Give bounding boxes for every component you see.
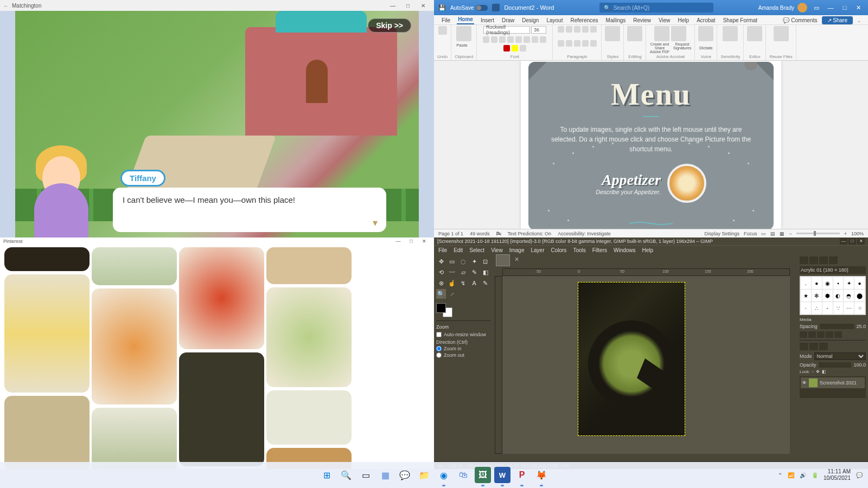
image-tab[interactable] <box>496 254 510 266</box>
explorer-icon[interactable]: 📁 <box>416 467 432 483</box>
tab-references[interactable]: References <box>569 16 599 24</box>
tab-draw[interactable]: Draw <box>501 16 515 24</box>
close-button[interactable]: ✕ <box>857 238 865 245</box>
clear-format-icon[interactable] <box>540 36 546 43</box>
ribbon-toggle-icon[interactable]: ⌄ <box>857 18 861 23</box>
fonts-tab-icon[interactable] <box>819 256 828 264</box>
canvas-image[interactable] <box>578 282 685 435</box>
tab-review[interactable]: Review <box>632 16 652 24</box>
zoom-out-radio[interactable]: Zoom out <box>436 352 490 358</box>
comments-button[interactable]: 💬 Comments <box>783 17 817 23</box>
tab-layout[interactable]: Layout <box>545 16 564 24</box>
tab-help[interactable]: Help <box>677 16 691 24</box>
skip-button[interactable]: Skip >> <box>368 18 411 33</box>
styles-icon[interactable] <box>605 26 620 41</box>
spacing-slider[interactable]: Spacing25.0 <box>800 324 866 329</box>
tab-mailings[interactable]: Mailings <box>605 16 627 24</box>
menu-windows[interactable]: Windows <box>614 247 636 253</box>
menu-tools[interactable]: Tools <box>573 247 585 253</box>
tray-chevron-icon[interactable]: ⌃ <box>778 472 782 478</box>
highlight-icon[interactable] <box>512 45 518 52</box>
paths-tab-icon[interactable] <box>819 343 828 350</box>
rect-select-tool-icon[interactable]: ▭ <box>447 256 457 266</box>
pinterest-feed[interactable] <box>0 245 434 469</box>
layer-mode-select[interactable]: Normal <box>814 352 866 360</box>
tab-design[interactable]: Design <box>521 16 540 24</box>
paste-icon[interactable] <box>456 26 471 41</box>
eraser-tool-icon[interactable]: ◧ <box>481 267 490 277</box>
pinterest-icon[interactable]: P <box>514 467 530 483</box>
channels-tab-icon[interactable] <box>809 343 818 350</box>
lock-alpha-icon[interactable]: ◧ <box>822 369 826 374</box>
crop-tool-icon[interactable]: ⊡ <box>481 256 490 266</box>
undo-icon[interactable] <box>438 26 447 35</box>
lock-pixels-icon[interactable]: ▫ <box>812 369 814 374</box>
minimize-button[interactable]: — <box>826 4 835 11</box>
notifications-icon[interactable]: 💬 <box>856 472 863 478</box>
minimize-button[interactable]: — <box>385 3 400 9</box>
smudge-tool-icon[interactable]: ☝ <box>447 278 457 288</box>
italic-icon[interactable] <box>491 36 497 43</box>
gimp-icon[interactable]: 🦊 <box>533 467 550 483</box>
close-button[interactable]: ✕ <box>416 3 431 9</box>
pin-card[interactable] <box>266 390 352 445</box>
menu-view[interactable]: View <box>491 247 503 253</box>
numbering-icon[interactable] <box>566 26 572 33</box>
widgets-icon[interactable]: ▦ <box>377 467 393 483</box>
font-size-select[interactable]: 36 <box>531 26 546 34</box>
menu-colors[interactable]: Colors <box>551 247 566 253</box>
minimize-button[interactable]: — <box>840 238 847 245</box>
menu-file[interactable]: File <box>438 247 447 253</box>
underline-icon[interactable] <box>499 36 506 43</box>
brush-refresh-icon[interactable] <box>834 331 842 338</box>
chat-icon[interactable]: 💬 <box>397 467 413 483</box>
editing-icon[interactable] <box>627 26 642 41</box>
brushes-tab-icon[interactable] <box>800 256 808 264</box>
pin-card[interactable] <box>4 247 90 271</box>
color-swatches[interactable] <box>436 303 452 317</box>
bold-icon[interactable] <box>483 36 489 43</box>
indent-inc-icon[interactable] <box>590 26 597 33</box>
wifi-icon[interactable]: 📶 <box>788 472 794 478</box>
start-button[interactable]: ⊞ <box>318 467 335 483</box>
justify-icon[interactable] <box>582 40 589 47</box>
share-button[interactable]: ↗ Share <box>822 16 853 24</box>
fg-color-swatch[interactable] <box>436 303 446 313</box>
warp-tool-icon[interactable]: 〰 <box>447 267 457 277</box>
zoom-tool-icon[interactable]: 🔍 <box>436 289 446 299</box>
multilevel-icon[interactable] <box>574 26 580 33</box>
status-lang-icon[interactable]: 🖎 <box>496 231 501 236</box>
word-page-area[interactable]: Menu To update images, single click with… <box>434 61 868 229</box>
menu-image[interactable]: Image <box>509 247 525 253</box>
tab-insert[interactable]: Insert <box>480 16 495 24</box>
pencil-tool-icon[interactable]: ✎ <box>469 267 479 277</box>
pin-card[interactable] <box>266 247 352 284</box>
back-icon[interactable]: ← <box>3 3 9 9</box>
adobe-pdf-icon[interactable] <box>654 26 669 41</box>
opacity-slider[interactable]: Opacity100.0 <box>800 362 866 368</box>
eye-icon[interactable]: 👁 <box>802 380 807 386</box>
pin-card[interactable] <box>4 274 90 393</box>
color-picker-tool-icon[interactable]: ✎ <box>481 278 490 288</box>
store-icon[interactable]: 🛍 <box>455 467 471 483</box>
pin-card[interactable] <box>266 287 352 387</box>
dictate-icon[interactable] <box>698 26 713 41</box>
pin-card[interactable] <box>179 247 264 349</box>
brush-dup-icon[interactable] <box>817 331 825 338</box>
text-effects-icon[interactable] <box>520 45 526 52</box>
sensitivity-icon[interactable] <box>723 26 738 41</box>
zoom-in-radio[interactable]: Zoom in <box>436 346 490 351</box>
menu-filters[interactable]: Filters <box>592 247 607 253</box>
zoom-slider[interactable] <box>796 233 840 234</box>
strike-icon[interactable] <box>507 36 514 43</box>
tab-shape-format[interactable]: Shape Format <box>722 16 758 24</box>
web-layout-icon[interactable]: ▦ <box>780 231 784 236</box>
menu-edit[interactable]: Edit <box>454 247 463 253</box>
auto-resize-checkbox[interactable]: Auto-resize window <box>436 332 490 337</box>
display-settings[interactable]: Display Settings <box>704 231 739 236</box>
volume-icon[interactable]: 🔊 <box>800 472 806 478</box>
dialogue-box[interactable]: I can't believe we—I mean you—own this p… <box>113 188 386 232</box>
bullets-icon[interactable] <box>558 26 564 33</box>
tab-acrobat[interactable]: Acrobat <box>695 16 716 24</box>
game-scene[interactable]: Skip >> Tiffany I can't believe we—I mea… <box>15 11 419 237</box>
